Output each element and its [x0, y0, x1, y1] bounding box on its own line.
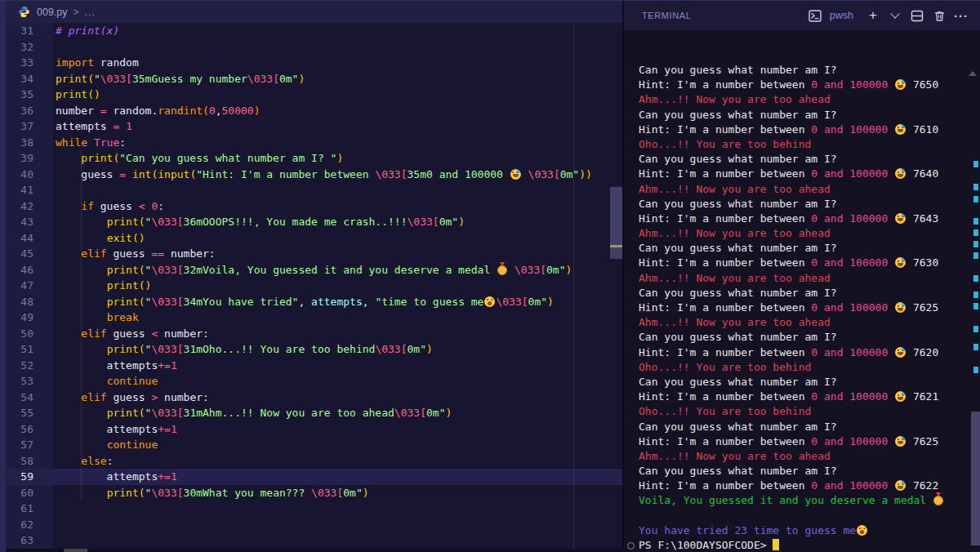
code-line-61[interactable]: 61: [0, 501, 622, 517]
text-segment: :: [158, 200, 164, 212]
code-line-52[interactable]: 52 attempts+=1: [0, 358, 622, 374]
text-segment: [126, 168, 132, 180]
terminal-line: Hint: I'm a number between 0 and 100000 …: [624, 390, 969, 404]
scrollbar-mark: [973, 367, 978, 373]
code-line-62[interactable]: 62: [0, 517, 622, 533]
text-segment: else: [81, 455, 106, 467]
text-segment: \033[: [151, 487, 183, 499]
split-terminal-button[interactable]: [910, 8, 924, 23]
editor-scrollbar-thumb[interactable]: [610, 187, 622, 259]
new-terminal-button[interactable]: +: [866, 8, 880, 23]
code-line-41[interactable]: 41: [0, 182, 622, 198]
code-line-53[interactable]: 53 continue: [0, 373, 622, 390]
terminal-scrollbar-thumb[interactable]: [971, 412, 980, 545]
text-segment: Hint: I'm a number between: [639, 390, 811, 403]
code-line-50[interactable]: 50 elif guess < number:: [0, 326, 622, 342]
code-line-48[interactable]: 48 print("\033[34mYou have tried", attem…: [0, 294, 622, 310]
code-line-43[interactable]: 43 print("\033[36mOOOPS!!!, You made me …: [0, 214, 622, 230]
code-text: while True:: [53, 135, 622, 151]
terminal-line: Hint: I'm a number between 0 and 100000 …: [624, 256, 969, 270]
code-line-56[interactable]: 56 attempts+=1: [0, 421, 622, 438]
code-line-51[interactable]: 51 print("\033[31mOho...!! You are too b…: [0, 341, 622, 358]
text-segment: \033[: [151, 296, 183, 308]
terminal-line: Hint: I'm a number between 0 and 100000 …: [624, 345, 969, 360]
code-line-37[interactable]: 37attempts = 1: [0, 118, 622, 135]
editor-horizontal-scrollbar[interactable]: [0, 549, 622, 552]
text-segment: [888, 479, 894, 492]
terminal-line: Hint: I'm a number between 0 and 100000 …: [624, 167, 969, 181]
text-segment: ): [254, 105, 261, 117]
terminal-panel[interactable]: TERMINAL pwsh +: [622, 1, 980, 552]
code-area[interactable]: 31# print(x)3233import random34print("\0…: [0, 23, 622, 549]
text-segment: ): [363, 487, 369, 499]
more-actions-button[interactable]: ···: [954, 8, 969, 23]
text-segment: 7610: [906, 123, 938, 136]
code-line-55[interactable]: 55 print("\033[31mAhm...!! Now you are t…: [0, 405, 622, 421]
code-line-58[interactable]: 58 else:: [0, 453, 622, 470]
code-line-46[interactable]: 46 print("\033[32mVoila, You guessed it …: [0, 262, 622, 278]
line-number: 48: [0, 294, 53, 310]
text-segment: 1: [171, 423, 177, 435]
text-segment: 0 and 100000: [811, 390, 888, 403]
text-segment: 32mVoila, You guessed it and you deserve…: [184, 264, 497, 276]
text-segment: 31mAhm...!! Now you are too ahead: [184, 407, 394, 419]
code-text: [53, 182, 622, 198]
code-line-44[interactable]: 44 exit(): [0, 230, 622, 247]
editor-pane[interactable]: 009.py > ... 31# print(x)3233import rand…: [0, 1, 622, 552]
code-line-54[interactable]: 54 elif guess > number:: [0, 390, 622, 406]
terminal-output[interactable]: Can you guess what number am I? Hint: I'…: [624, 30, 969, 552]
breadcrumb[interactable]: 009.py > ...: [0, 1, 622, 23]
shell-name-label[interactable]: pwsh: [830, 10, 853, 21]
text-segment: while: [56, 136, 94, 149]
line-number: 47: [0, 278, 53, 294]
code-line-38[interactable]: 38while True:: [0, 135, 622, 151]
text-segment: number:: [158, 391, 209, 403]
text-segment: Can you guess what number am I?: [639, 287, 843, 299]
code-line-34[interactable]: 34print("\033[35mGuess my number\033[0m"…: [0, 71, 622, 87]
code-line-33[interactable]: 33import random: [0, 55, 622, 71]
code-line-63[interactable]: 63: [0, 532, 622, 549]
code-line-36[interactable]: 36number = random.randint(0,50000): [0, 103, 622, 119]
text-segment: :: [119, 136, 126, 149]
breadcrumb-file[interactable]: 009.py: [37, 7, 68, 18]
text-segment: guess: [107, 247, 152, 260]
code-line-39[interactable]: 39 print("Can you guess what number am I…: [0, 150, 622, 167]
text-segment: 34mYou have tried": [184, 296, 299, 308]
text-segment: [888, 78, 894, 91]
emoji-sweat-icon: [895, 391, 906, 402]
code-line-40[interactable]: 40 guess = int(input("Hint: I'm a number…: [0, 167, 622, 183]
code-line-31[interactable]: 31# print(x): [0, 23, 622, 39]
text-segment: Can you guess what number am I?: [639, 421, 843, 433]
text-segment: Ahm...!! Now you are too ahead: [639, 183, 831, 195]
launch-profile-chevron-icon[interactable]: [888, 8, 902, 23]
text-segment: 0m": [560, 168, 579, 180]
code-line-60[interactable]: 60 print("\033[30mWhat you mean??? \033[…: [0, 485, 622, 501]
breadcrumb-symbol-more[interactable]: ...: [85, 7, 96, 18]
text-segment: "Hint: I'm a number between: [196, 168, 375, 180]
terminal-scrollbar[interactable]: [969, 30, 980, 552]
code-line-59[interactable]: 59 attempts+=1: [0, 469, 622, 485]
text-segment: ,: [363, 296, 376, 308]
text-segment: 0m": [546, 264, 565, 276]
text-segment: \033[: [394, 407, 426, 419]
horizontal-scrollbar-thumb[interactable]: [64, 549, 87, 552]
code-line-32[interactable]: 32: [0, 39, 622, 56]
text-segment: +=: [158, 423, 171, 435]
scroll-top-arrow-icon: [969, 71, 977, 76]
code-line-45[interactable]: 45 elif guess == number:: [0, 246, 622, 262]
code-line-47[interactable]: 47 print(): [0, 278, 622, 294]
code-line-42[interactable]: 42 if guess < 0:: [0, 198, 622, 215]
text-segment: Ahm...!! Now you are too ahead: [639, 316, 831, 328]
code-line-57[interactable]: 57 continue: [0, 437, 622, 453]
terminal-header: TERMINAL pwsh +: [624, 1, 980, 30]
terminal-panel-title[interactable]: TERMINAL: [642, 11, 691, 20]
text-segment: Can you guess what number am I?: [639, 465, 843, 477]
text-segment: random: [94, 56, 139, 69]
kill-terminal-trash-button[interactable]: [932, 8, 947, 23]
code-line-35[interactable]: 35print(): [0, 87, 622, 103]
code-line-49[interactable]: 49 break: [0, 309, 622, 326]
line-number: 37: [0, 118, 53, 135]
editor-scrollbar[interactable]: [610, 23, 622, 549]
text-segment: Can you guess what number am I?: [639, 331, 843, 343]
line-number: 38: [0, 135, 53, 151]
